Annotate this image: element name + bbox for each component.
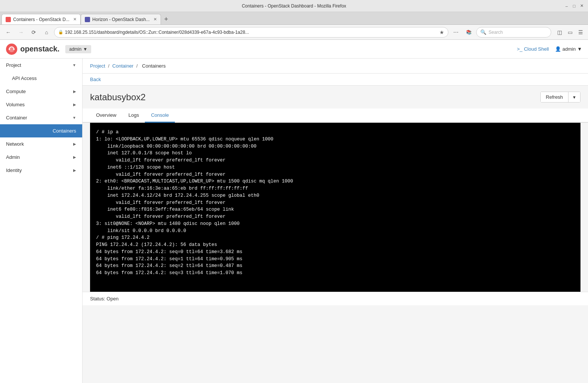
project-label: Project: [6, 62, 21, 68]
page-header: katabusybox2 Refresh ▼: [83, 86, 588, 109]
status-bar: Status: Open: [83, 292, 588, 305]
search-icon: 🔍: [480, 29, 486, 35]
minimize-button[interactable]: –: [564, 3, 569, 9]
refresh-dropdown-button[interactable]: ▼: [568, 92, 580, 102]
containers-label: Containers: [53, 128, 76, 134]
tab-favicon-1: [6, 17, 11, 22]
project-chevron-icon: ▼: [72, 63, 76, 67]
breadcrumb-sep-1: /: [108, 63, 111, 69]
identity-chevron-icon: ▶: [73, 168, 76, 172]
home-button[interactable]: ⌂: [41, 27, 52, 38]
tab-bar: Containers - OpenStack D... ✕ Horizon - …: [0, 12, 588, 25]
library-icon[interactable]: ◫: [555, 28, 564, 37]
close-button[interactable]: ✕: [579, 3, 584, 9]
tab-overview[interactable]: Overview: [90, 109, 122, 123]
breadcrumb: Project / Container / Containers: [83, 59, 588, 74]
search-bar[interactable]: 🔍 Search: [476, 27, 551, 38]
page-title: katabusybox2: [90, 92, 146, 103]
volumes-label: Volumes: [6, 102, 25, 107]
admin-menu-button[interactable]: admin ▼: [65, 45, 91, 53]
reload-button[interactable]: ⟳: [29, 27, 39, 38]
sidebar-admin-header[interactable]: Admin ▶: [0, 151, 82, 164]
breadcrumb-container[interactable]: Container: [112, 63, 133, 69]
user-chevron-icon: ▼: [577, 46, 582, 52]
forward-nav-button[interactable]: →: [16, 27, 26, 38]
menu-icon[interactable]: ☰: [576, 28, 585, 37]
network-chevron-icon: ▶: [73, 142, 76, 146]
breadcrumb-current: Containers: [142, 63, 166, 69]
container-icon[interactable]: ▭: [565, 28, 574, 37]
sidebar-network-header[interactable]: Network ▶: [0, 137, 82, 151]
tab-label-2: Horizon - OpenStack Dash...: [92, 17, 150, 22]
identity-label: Identity: [6, 167, 22, 173]
sidebar-project-header[interactable]: Project ▼: [0, 59, 82, 72]
console-output: / # ip a 1: lo: <LOOPBACK,UP,LOWER_UP> m…: [96, 129, 574, 277]
bookmark-star-icon[interactable]: ★: [439, 29, 444, 35]
sidebar-identity-header[interactable]: Identity ▶: [0, 164, 82, 177]
network-label: Network: [6, 141, 24, 147]
cloud-shell-label: Cloud Shell: [524, 46, 549, 52]
admin-label: admin: [69, 47, 81, 52]
back-button[interactable]: Back: [90, 77, 101, 82]
container-chevron-icon: ▼: [72, 116, 76, 120]
container-label: Container: [6, 115, 27, 121]
sidebar-container-header[interactable]: Container ▼: [0, 111, 82, 124]
tabs-bar: Overview Logs Console: [83, 109, 588, 123]
header-right: >_ Cloud Shell 👤 admin ▼: [517, 46, 582, 52]
admin-chevron-icon: ▼: [83, 47, 87, 52]
sidebar-volumes-header[interactable]: Volumes ▶: [0, 98, 82, 111]
svg-point-2: [13, 48, 15, 50]
user-menu-button[interactable]: 👤 admin ▼: [555, 46, 582, 52]
tab-console[interactable]: Console: [145, 109, 175, 123]
more-options-button[interactable]: ⋯: [451, 27, 461, 38]
browser-title-bar: Containers - OpenStack Dashboard - Mozil…: [0, 0, 588, 12]
sidebar-containers[interactable]: Containers: [0, 124, 82, 137]
lock-icon: 🔒: [58, 30, 63, 35]
console-area[interactable]: / # ip a 1: lo: <LOOPBACK,UP,LOWER_UP> m…: [90, 123, 580, 292]
volumes-chevron-icon: ▶: [73, 103, 76, 107]
browser-title: Containers - OpenStack Dashboard - Mozil…: [242, 3, 346, 9]
sidebar-compute-header[interactable]: Compute ▶: [0, 85, 82, 98]
tab-logs[interactable]: Logs: [122, 109, 145, 123]
back-nav-button[interactable]: ←: [3, 27, 14, 38]
admin-chevron-nav-icon: ▶: [73, 155, 76, 159]
maximize-button[interactable]: □: [571, 3, 577, 9]
main-layout: Project ▼ API Access Compute ▶ Volumes ▶…: [0, 59, 588, 383]
breadcrumb-project[interactable]: Project: [90, 63, 105, 69]
sidebar-api-access[interactable]: API Access: [0, 72, 82, 85]
compute-chevron-icon: ▶: [73, 89, 76, 93]
tab-favicon-2: [85, 17, 90, 22]
breadcrumb-sep-2: /: [136, 63, 139, 69]
cloud-shell-button[interactable]: >_ Cloud Shell: [517, 46, 549, 52]
refresh-button[interactable]: Refresh: [541, 92, 569, 102]
api-access-label: API Access: [12, 75, 37, 81]
os-logo: openstack.: [6, 44, 59, 55]
sidebar: Project ▼ API Access Compute ▶ Volumes ▶…: [0, 59, 83, 383]
toolbar-icons: ◫ ▭ ☰: [555, 28, 585, 37]
refresh-btn-group: Refresh ▼: [540, 92, 580, 103]
compute-label: Compute: [6, 89, 26, 94]
svg-point-1: [9, 48, 10, 50]
os-header: openstack. admin ▼ >_ Cloud Shell 👤 admi…: [0, 40, 588, 59]
content-area: Project / Container / Containers Back ka…: [83, 59, 588, 383]
url-text: 192.168.25.151/dashboard/ngdetails/OS::Z…: [65, 30, 439, 35]
back-bar: Back: [83, 74, 588, 86]
terminal-icon: >_: [517, 46, 522, 52]
user-label: admin: [562, 46, 576, 52]
window-controls: – □ ✕: [564, 3, 584, 9]
new-tab-button[interactable]: +: [161, 14, 171, 24]
tab-close-2[interactable]: ✕: [153, 17, 157, 22]
status-text: Status: Open: [90, 296, 119, 302]
browser-tab-1[interactable]: Containers - OpenStack D... ✕: [2, 14, 81, 24]
browser-tab-2[interactable]: Horizon - OpenStack Dash... ✕: [81, 14, 161, 24]
tab-label-1: Containers - OpenStack D...: [13, 17, 69, 22]
url-actions: ★: [439, 29, 444, 35]
user-icon: 👤: [555, 46, 561, 52]
search-placeholder: Search: [489, 30, 503, 35]
admin-nav-label: Admin: [6, 154, 20, 160]
reader-view-icon[interactable]: 📚: [463, 27, 474, 38]
os-logo-icon: [6, 44, 17, 55]
tab-close-1[interactable]: ✕: [73, 17, 77, 22]
url-bar[interactable]: 🔒 192.168.25.151/dashboard/ngdetails/OS:…: [54, 27, 448, 38]
os-logo-text: openstack.: [20, 45, 59, 53]
